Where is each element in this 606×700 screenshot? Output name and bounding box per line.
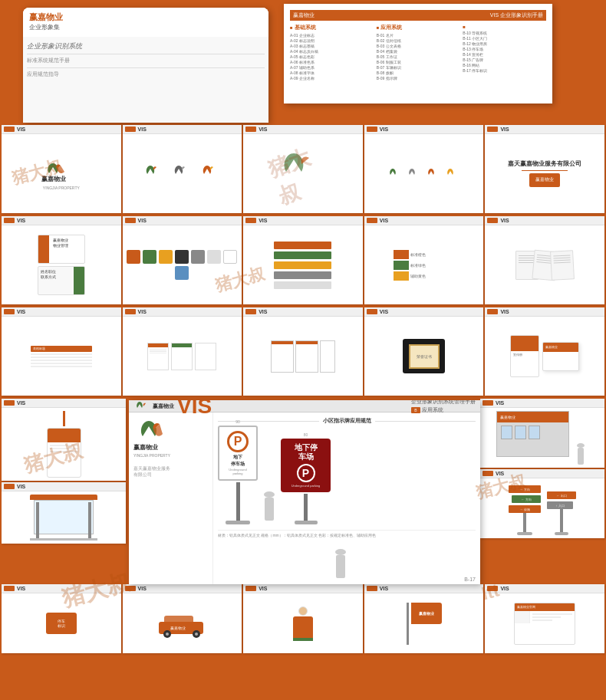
toc-col2-items: B-01 名片 B-02 信封信纸 B-03 公文表格 B-04 档案袋 B-0… (377, 33, 460, 81)
thumb-header-13: VIS (243, 307, 363, 317)
svg-rect-4 (164, 616, 193, 625)
p-circle: P (227, 431, 249, 452)
thumb-certificate: VIS 荣誉证书 (364, 307, 484, 396)
thumb-bus-shelter: VIS (2, 482, 126, 544)
red-sign-pole (304, 494, 308, 521)
thumb-content-24: 赢嘉物业官网 (485, 593, 604, 653)
thumb-content-19: → 方向 ← 方向 → 设施 (480, 478, 604, 538)
parking-en-red: Underground parking (291, 484, 321, 488)
dim-label-1: 90 (235, 419, 240, 424)
right-side-thumbs: VIS 赢嘉物业 (480, 399, 604, 538)
person-figure (577, 443, 585, 465)
swatch-blue (175, 266, 189, 280)
large-logo-svg (133, 401, 150, 412)
color-swatch-grid (126, 250, 239, 280)
brochure-title: 赢嘉物业 (29, 12, 262, 23)
thumb-content-17: 赢嘉物业 (480, 408, 604, 468)
thumb-row-bottom: VIS 停车标识 VIS (2, 584, 604, 653)
thumb-color-table: VIS 标准橙色 标准绿色 辅助黄色 (364, 216, 484, 304)
signpost-display: → 方向 ← 方向 → 设施 (496, 481, 588, 535)
uniform-figure (293, 606, 313, 641)
building-facade: 赢嘉物业 (496, 411, 569, 457)
thumb-logo-color-row: VIS 辅助图形应用规范 (364, 125, 484, 213)
logo-variants-display (141, 163, 222, 186)
svg-point-8 (195, 633, 198, 636)
top-brochure: 赢嘉物业 企业形象集 企业形象识别系统 标准系统规范手册 应用规范指导 赢嘉物业… (0, 0, 606, 123)
thumb-header-2: VIS (123, 125, 242, 134)
thumb-content-13 (243, 317, 363, 396)
certificate-frame: 荣誉证书 (403, 339, 445, 373)
thumb-row-3: VIS 表格标题 VIS (2, 307, 604, 396)
swatch-gray (191, 250, 205, 264)
thumb-logo-watermark: VIS 猪大叔 标志禁止使用规范 (243, 125, 363, 213)
thumb-content: 赢嘉物业 YINGJIA PROPERTY (2, 134, 121, 213)
doc-stack-display (515, 251, 574, 280)
swatch-white (223, 250, 237, 264)
large-content-area: 赢嘉物业 YINGJIA PROPERTY 嘉天赢嘉物业服务有限公司 小区指示牌… (129, 412, 480, 584)
logo-en-text: YINGJIA PROPERTY (43, 186, 80, 190)
parking-signs-row: 90 P 地下 停车场 Underground parking (218, 429, 476, 528)
color-spec-table: 标准橙色 标准绿色 辅助黄色 (394, 250, 455, 281)
docs-display (147, 343, 216, 370)
thumb-building: VIS 赢嘉物业 (480, 399, 604, 468)
color-logo-row (387, 167, 461, 181)
thumb-header-20: VIS (2, 584, 121, 593)
thumb-logo-variants: VIS 标志色彩规范 (123, 125, 242, 213)
thumb-header-22: VIS (243, 584, 363, 593)
watermark-logo-area: 猪大叔 (272, 147, 334, 201)
swatch-orange (127, 250, 140, 264)
sign-set-1: 90 P 地下 停车场 Underground parking (218, 419, 258, 524)
vis-strip: 赢嘉物业 VIS 企业形象识别手册 (290, 10, 546, 21)
thumb-header-15: VIS (485, 307, 604, 317)
id-badge-display (47, 411, 81, 478)
bottom-notes-area: 材质：铝具体质式见正文 规格（mm）：铝具体质式见正文 色彩：按规定标准色、辅助… (218, 530, 476, 538)
vis-strip-label: 赢嘉物业 (293, 12, 315, 19)
toc-col3-items: B-10 导视系统 B-11 小区大门 B-12 物业用房 B-13 停车场 B… (463, 31, 546, 74)
toc-columns: 基础系统 A-01 企业标志 A-02 标志说明 A-03 标志墨稿 A-04 … (290, 24, 546, 96)
vis-strip-right: VIS 企业形象识别手册 (490, 12, 543, 19)
svg-text:赢嘉物业: 赢嘉物业 (170, 626, 186, 630)
thumb-content-9: 标准橙色 标准绿色 辅助黄色 (364, 225, 484, 304)
large-left-note: 嘉天赢嘉物业服务有限公司 (133, 465, 208, 478)
thumb-header-7: VIS (123, 216, 242, 225)
thumb-content-11: 表格标题 (2, 317, 121, 396)
swatch-light (207, 250, 221, 264)
thumb-header-16: VIS (2, 399, 126, 408)
road-sign-display: 停车标识 (46, 613, 77, 634)
brochure-book-left: 赢嘉物业 企业形象集 企业形象识别系统 标准系统规范手册 应用规范指导 (23, 8, 268, 123)
handbook-title: 企业形象识别系统管理手册 (411, 400, 476, 406)
thumb-large-parking: 赢嘉物业 VIS 企业形象识别系统管理手册 B 应用系统 (129, 400, 480, 584)
thumb-row-1: VIS 赢嘉物业 YINGJIA PROPERTY 企业标志标准制图 (2, 125, 604, 213)
thumb-content-2 (123, 134, 242, 213)
thumb-header-17: VIS (480, 399, 604, 408)
thumb-content-4 (364, 134, 484, 213)
thumb-content-10 (485, 225, 604, 304)
thumb-website: VIS 赢嘉物业官网 (485, 584, 604, 653)
left-side-thumbs: VIS VIS (2, 399, 126, 544)
thumb-content-5: 嘉天赢嘉物业服务有限公司 赢嘉物业 (485, 134, 604, 213)
thumb-header-21: VIS (123, 584, 242, 593)
docs-detailed-display (271, 340, 335, 373)
thumb-header-11: VIS (2, 307, 121, 317)
parking-cn-red: 地下停车场 (295, 443, 318, 462)
silhouette-figure-2 (335, 549, 346, 578)
thumb-stripes: VIS (243, 216, 363, 304)
page-number: B-17 (464, 577, 476, 582)
thumb-header-3: VIS (243, 125, 363, 134)
thumb-brochure-cards: VIS 宣传册 赢嘉物业 (485, 307, 604, 396)
thumb-header-19: VIS (480, 469, 604, 478)
toc-col1-items: A-01 企业标志 A-02 标志说明 A-03 标志墨稿 A-04 标志反白稿… (290, 33, 374, 81)
toc-col1-title: 基础系统 (290, 24, 374, 31)
thumb-header-14: VIS (364, 307, 484, 317)
lanyard (63, 411, 65, 426)
thumb-logo-main: VIS 赢嘉物业 YINGJIA PROPERTY 企业标志标准制图 (2, 125, 121, 213)
large-company-logo: 赢嘉物业 YINGJIA PROPERTY (133, 417, 206, 459)
parking-cn-tall: 地下 (222, 454, 254, 461)
bottom-note-1: 材质：铝具体质式见正文 规格（mm）：铝具体质式见正文 色彩：按规定标准色、辅助… (218, 533, 476, 538)
tall-base (226, 521, 250, 524)
thumb-forms: VIS 表格标题 (2, 307, 121, 396)
svg-text:赢嘉物业: 赢嘉物业 (41, 175, 66, 182)
parking-cn-tall2: 停车场 (222, 461, 254, 468)
bus-shelter-display (30, 495, 97, 541)
website-mockup: 赢嘉物业官网 (514, 603, 575, 645)
